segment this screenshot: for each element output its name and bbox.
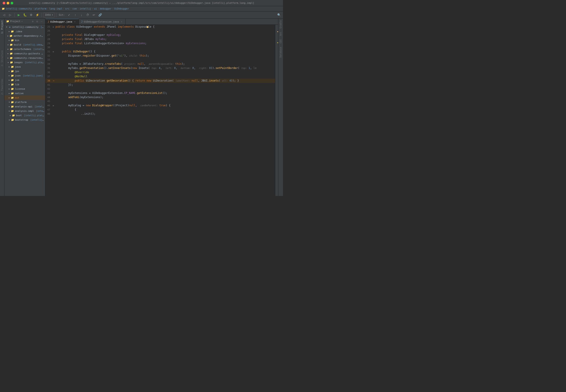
- tab-close-button[interactable]: ×: [73, 20, 76, 23]
- breadcrumb-label: intellij: [80, 7, 91, 10]
- code-line-29: 29 private final List<UiDebuggerExtensio…: [45, 41, 275, 45]
- tree-item-bin[interactable]: ▶ 📁 bin: [4, 38, 45, 42]
- folder-icon: 📁: [11, 78, 14, 82]
- tree-item-out[interactable]: ▶ 📁 out: [4, 96, 45, 100]
- close-button[interactable]: [3, 2, 5, 4]
- folder-icon: 📁: [10, 61, 13, 64]
- dropdown-icon: ▾: [21, 20, 23, 23]
- tree-item-native[interactable]: ▶ 📁 native: [4, 91, 45, 96]
- tree-item-platform[interactable]: ▼ 📁 platform: [4, 100, 45, 104]
- tree-item-jvm[interactable]: ▶ 📁 jvm: [4, 78, 45, 82]
- tree-item-idea[interactable]: ▶ 📁 .idea: [4, 29, 45, 34]
- tab-label2: UiDebuggerExtension.java: [84, 20, 119, 23]
- code-line-36: 36 @Override: [45, 70, 275, 74]
- tree-item-json[interactable]: ▶ 📁 json [intellij.json]: [4, 73, 45, 78]
- collapse-icon[interactable]: —: [40, 20, 43, 23]
- code-line-44: 44 addToUi(myExtensions);: [45, 95, 275, 99]
- main-toolbar: ◁ ▷ ▶ 🐛 ⚙ ⚡ IDEA ▾ Git: ✓ ↑ ↓ ⏱ ↩ 🔗 🔍: [0, 12, 283, 19]
- debug-icon: ●: [146, 25, 148, 29]
- breadcrumb-item-debugger[interactable]: debugger: [100, 7, 111, 10]
- debug-button[interactable]: 🐛: [22, 12, 28, 18]
- breadcrumb-item-uidebugger[interactable]: UiDebugger: [114, 7, 129, 10]
- editor-scrollbar[interactable]: [275, 25, 278, 196]
- breadcrumb-label: UiDebugger: [114, 7, 129, 10]
- breadcrumb-item-src[interactable]: src: [65, 7, 70, 10]
- toolbar-separator: [14, 13, 15, 17]
- sidebar-item-cdi[interactable]: CDI: [279, 39, 282, 44]
- tree-item-resources[interactable]: ▶ 📁 community-resources [intellij.idea.c…: [4, 56, 45, 60]
- sidebar-item-project[interactable]: 1: Project: [0, 19, 4, 35]
- sidebar-item-gradle[interactable]: Gradle: [279, 19, 282, 29]
- tree-item-bootstrap[interactable]: ▶ 📁 bootstrap [intellij.platform.bootstr…: [4, 118, 45, 122]
- tree-item-analysis-impl[interactable]: ▶ 📁 analysis-impl [intellij.platform.ana…: [4, 109, 45, 113]
- editor-main-row: 1: Project 2: Structure 2: Favorites 📁 P…: [0, 19, 283, 196]
- fold-icon-31[interactable]: ▶: [53, 50, 54, 54]
- folder-icon: 📁: [11, 83, 14, 86]
- tab-uidebugger-extension[interactable]: J UiDebuggerExtension.java ×: [79, 19, 126, 25]
- git-commit-button[interactable]: ✓: [67, 12, 72, 18]
- search-everywhere-button[interactable]: 🔍: [276, 12, 282, 18]
- run-button[interactable]: ▶: [16, 12, 21, 18]
- fold-icon-46[interactable]: ▶: [53, 104, 54, 108]
- breadcrumb-item-langimpl[interactable]: lang-impl: [49, 7, 62, 10]
- gutter-25: ▶: [52, 25, 56, 29]
- breadcrumb-item-com[interactable]: com: [72, 7, 77, 10]
- fold-icon[interactable]: ▶: [53, 25, 54, 29]
- git-browse-button[interactable]: 🔗: [98, 12, 103, 18]
- window-controls: [3, 2, 13, 4]
- build-button[interactable]: ⚙: [29, 12, 34, 18]
- code-line-38: 38 ⇒ public UiDecoration getDecoration()…: [45, 79, 275, 83]
- folder-icon: 📁: [11, 100, 14, 104]
- tree-item-guitests[interactable]: ▶ 📁 community-guitests [intellij.idea.co…: [4, 51, 45, 56]
- sidebar-item-favorites[interactable]: 2: Favorites: [0, 77, 4, 96]
- tree-item-analysis-api[interactable]: ▶ 📁 analysis-api [intellij.platform.anal…: [4, 104, 45, 109]
- breadcrumb-item-platform[interactable]: platform: [35, 7, 46, 10]
- breadcrumb-item-community[interactable]: intellij-community: [5, 7, 32, 10]
- folder-icon: 📁: [11, 65, 14, 69]
- locate-icon[interactable]: ⊕: [31, 20, 34, 23]
- tree-item-java[interactable]: ▶ 📁 java: [4, 65, 45, 69]
- project-panel-title: 📁 Project ▾: [6, 20, 23, 23]
- sidebar-item-structure[interactable]: 2: Structure: [0, 49, 4, 68]
- sidebar-item-database[interactable]: Database: [279, 46, 282, 58]
- breadcrumb-item-intellij[interactable]: intellij: [80, 7, 91, 10]
- tab-close-button2[interactable]: ×: [120, 20, 123, 23]
- forward-button[interactable]: ▷: [8, 12, 13, 18]
- git-push-button[interactable]: ↑: [73, 12, 78, 18]
- maximize-button[interactable]: [11, 2, 13, 4]
- tree-item-build[interactable]: ▶ 📁 build [intellij.idea.community.build…: [4, 42, 45, 47]
- git-pull-button[interactable]: ↓: [79, 12, 84, 18]
- idea-dropdown[interactable]: IDEA ▾: [43, 13, 55, 17]
- code-scroll-area[interactable]: 25 ▶ public class UiDebugger extends JPa…: [45, 25, 275, 196]
- code-line-41: 41 });: [45, 83, 275, 87]
- breakpoint-arrow-icon[interactable]: ⇒: [53, 79, 54, 83]
- project-tree[interactable]: ▼ ◈ intellij-community [intellij.idea.co…: [4, 24, 45, 196]
- tree-item-root[interactable]: ▼ ◈ intellij-community [intellij.idea.co…: [4, 25, 45, 29]
- tab-uidebugger-java[interactable]: J UiDebugger.java ×: [45, 19, 79, 25]
- code-line-46: 46 ▶ myDialog = new DialogWrapper((Proje…: [45, 103, 275, 108]
- minimize-button[interactable]: [7, 2, 9, 4]
- window-title: intellij-community [~/IdeaProjects/intel…: [3, 1, 280, 4]
- folder-icon: 📁: [10, 56, 13, 60]
- tree-item-images[interactable]: ▶ 📁 images [intellij.platform.images]: [4, 60, 45, 65]
- profile-button[interactable]: ⚡: [35, 12, 40, 18]
- settings-icon[interactable]: ⚙: [35, 20, 39, 23]
- tree-item-license[interactable]: ▶ 📁 license: [4, 87, 45, 91]
- tree-item-boot[interactable]: ▶ 📁 boot [intellij.platform.boot]: [4, 113, 45, 118]
- folder-icon: 📁: [11, 91, 14, 95]
- code-line-48: 48 ..init();: [45, 112, 275, 116]
- back-button[interactable]: ◁: [1, 12, 7, 18]
- tree-item-lib[interactable]: ▶ 📁 lib: [4, 82, 45, 87]
- code-line-37: 37 @NotNull: [45, 74, 275, 79]
- breadcrumb-item-ui[interactable]: ui: [94, 7, 97, 10]
- git-rollback-button[interactable]: ↩: [91, 12, 97, 18]
- tree-item-colorschemes[interactable]: ▶ 📁 colorSchemes [intellij.platform.colo…: [4, 47, 45, 51]
- code-editor[interactable]: 25 ▶ public class UiDebugger extends JPa…: [45, 25, 278, 196]
- titlebar: intellij-community [~/IdeaProjects/intel…: [0, 0, 283, 6]
- git-history-button[interactable]: ⏱: [85, 12, 90, 18]
- tree-item-jps[interactable]: ▶ 📁 jps: [4, 69, 45, 73]
- tree-item-aether[interactable]: ▶ 📁 aether-dependency-resolver [intellij…: [4, 34, 45, 38]
- sidebar-item-ant[interactable]: Ant: [279, 31, 282, 37]
- code-line-25: 25 ▶ public class UiDebugger extends JPa…: [45, 25, 275, 29]
- scroll-mark-warning: [277, 31, 278, 32]
